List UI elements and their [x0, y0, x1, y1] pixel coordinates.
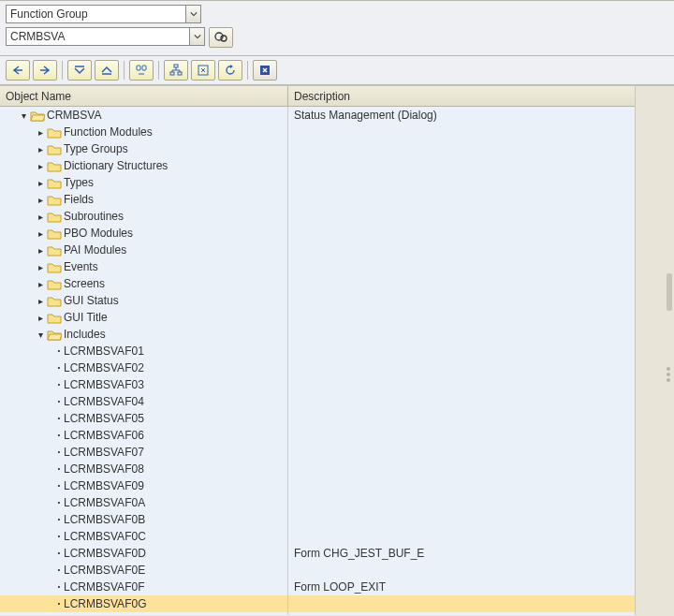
expand-icon[interactable]: ▸ — [36, 262, 45, 272]
forward-button[interactable] — [33, 60, 57, 81]
node-label: LCRMBSVAF07 — [64, 446, 144, 459]
bullet-icon: · — [54, 513, 64, 526]
selection-bar: Function Group CRMBSVA — [0, 0, 674, 56]
tree-row[interactable]: ▾CRMBSVAStatus Management (Dialog) — [0, 107, 635, 124]
find-button[interactable] — [129, 60, 154, 81]
folder-open-icon — [30, 109, 45, 122]
bullet-icon: · — [54, 462, 64, 476]
tree-row[interactable]: ▸Fields — [0, 191, 635, 208]
tree-row[interactable]: ▸GUI Title — [0, 309, 635, 326]
tree-row[interactable]: · LCRMBSVAF0DForm CHG_JEST_BUF_E — [0, 545, 635, 562]
toolbar-separator — [247, 61, 248, 80]
tree-row[interactable]: · LCRMBSVAF07 — [0, 444, 635, 461]
expand-icon[interactable]: ▸ — [36, 212, 45, 222]
tree-pane: Object Name Description ▾CRMBSVAStatus M… — [0, 86, 636, 615]
expand-icon[interactable]: ▸ — [36, 161, 45, 171]
node-label: GUI Status — [64, 294, 119, 307]
right-gutter — [636, 86, 674, 615]
object-type-select[interactable]: Function Group — [6, 5, 201, 23]
node-label: Types — [64, 176, 94, 189]
bullet-icon: · — [54, 378, 64, 391]
display-button[interactable] — [209, 27, 233, 48]
tree-row[interactable]: · LCRMBSVAF04 — [0, 393, 635, 410]
main-area: Object Name Description ▾CRMBSVAStatus M… — [0, 85, 674, 615]
toolbar-separator — [158, 61, 159, 80]
tree-row[interactable]: ▸Types — [0, 174, 635, 191]
splitter-dots — [667, 367, 672, 382]
bullet-icon: · — [54, 580, 64, 594]
node-label: PBO Modules — [64, 227, 133, 240]
tree-row[interactable]: ▸GUI Status — [0, 292, 635, 309]
row-description: Status Management (Dialog) — [288, 109, 635, 122]
expand-icon[interactable]: ▸ — [36, 245, 45, 256]
tree-row[interactable]: · LCRMBSVAF09 — [0, 477, 635, 494]
bullet-icon: · — [54, 547, 64, 560]
bullet-icon: · — [54, 361, 64, 374]
tree-row[interactable]: · LCRMBSVAF01 — [0, 343, 635, 359]
folder-icon — [47, 176, 62, 189]
back-button[interactable] — [6, 60, 30, 81]
expand-icon[interactable]: ▸ — [36, 296, 45, 306]
folder-open-icon — [47, 328, 62, 341]
collapse-button[interactable] — [95, 60, 119, 81]
tree-row[interactable]: ▸Dictionary Structures — [0, 157, 635, 174]
tree-row[interactable]: · LCRMBSVAF0E — [0, 562, 635, 579]
tree-row[interactable]: ▸Events — [0, 258, 635, 275]
folder-icon — [47, 311, 62, 324]
node-label: LCRMBSVAF0C — [64, 530, 146, 543]
tree-row[interactable]: · LCRMBSVAF0C — [0, 528, 635, 545]
expand-icon[interactable]: ▸ — [36, 279, 45, 289]
tree-row[interactable]: ▾Includes — [0, 326, 635, 343]
tree-row[interactable]: · LCRMBSVAF06 — [0, 427, 635, 444]
hierarchy-button[interactable] — [164, 60, 188, 81]
tree-row[interactable]: · LCRMBSVAF0A — [0, 494, 635, 511]
svg-rect-4 — [174, 65, 178, 67]
tree-row[interactable]: · LCRMBSVAF0FForm LOOP_EXIT — [0, 579, 635, 595]
expand-icon[interactable]: ▸ — [36, 178, 45, 188]
collapse-icon[interactable]: ▾ — [19, 110, 28, 121]
header-description[interactable]: Description — [288, 90, 635, 103]
tree-row[interactable]: · LCRMBSVAF0B — [0, 511, 635, 528]
svg-rect-6 — [178, 72, 182, 75]
bullet-icon: · — [54, 479, 64, 492]
tree-row[interactable]: · LCRMBSVAF05 — [0, 410, 635, 427]
expand-icon[interactable]: ▸ — [36, 313, 45, 323]
tree-row[interactable]: ▸Function Modules — [0, 124, 635, 140]
node-label: LCRMBSVAF09 — [64, 479, 144, 492]
node-label: Includes — [64, 328, 106, 341]
toolbar-separator — [62, 61, 63, 80]
toolbar — [0, 56, 674, 85]
folder-icon — [47, 210, 62, 223]
node-label: LCRMBSVAF0H — [64, 614, 146, 615]
expand-button[interactable] — [67, 60, 92, 81]
tree-row[interactable]: ▸PAI Modules — [0, 242, 635, 258]
bullet-icon: · — [54, 496, 64, 509]
tree-row[interactable]: · LCRMBSVAF02 — [0, 359, 635, 376]
collapse-icon[interactable]: ▾ — [36, 330, 45, 340]
tree-row[interactable]: ▸Type Groups — [0, 140, 635, 157]
tree-row[interactable]: ▸Screens — [0, 275, 635, 292]
tree-header: Object Name Description — [0, 86, 635, 107]
bullet-icon: · — [54, 429, 64, 442]
splitter-handle[interactable] — [667, 273, 672, 311]
tree-row[interactable]: · LCRMBSVAF0H — [0, 612, 635, 615]
tree-row[interactable]: ▸PBO Modules — [0, 225, 635, 242]
tree-body[interactable]: ▾CRMBSVAStatus Management (Dialog)▸Funct… — [0, 107, 635, 615]
object-name-input[interactable]: CRMBSVA — [6, 27, 205, 46]
folder-icon — [47, 243, 62, 257]
close-button[interactable] — [253, 60, 277, 81]
tree-row[interactable]: ▸Subroutines — [0, 208, 635, 225]
node-label: CRMBSVA — [47, 109, 101, 122]
header-object-name[interactable]: Object Name — [0, 86, 288, 106]
folder-icon — [47, 159, 62, 172]
expand-icon[interactable]: ▸ — [36, 127, 45, 138]
node-label: LCRMBSVAF0F — [64, 580, 144, 594]
expand-icon[interactable]: ▸ — [36, 195, 45, 205]
tree-row[interactable]: · LCRMBSVAF0G — [0, 595, 635, 612]
refresh-button[interactable] — [218, 60, 242, 81]
tree-row[interactable]: · LCRMBSVAF08 — [0, 461, 635, 477]
tree-row[interactable]: · LCRMBSVAF03 — [0, 376, 635, 393]
where-used-button[interactable] — [191, 60, 215, 81]
expand-icon[interactable]: ▸ — [36, 144, 45, 154]
expand-icon[interactable]: ▸ — [36, 228, 45, 239]
